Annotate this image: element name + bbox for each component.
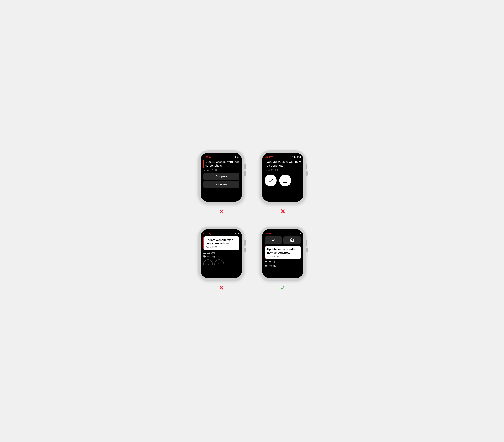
list-icon bbox=[203, 252, 206, 254]
card-title-bottom-right: Update website with new screenshots bbox=[267, 248, 299, 254]
checkmark-circle-button[interactable] bbox=[265, 175, 277, 186]
result-check-bottom-right: ✓ bbox=[280, 284, 286, 292]
task-card-bottom-left: Update website with new screenshots Toda… bbox=[203, 236, 239, 250]
meta-website-label: Website bbox=[207, 252, 215, 254]
watch-screen-bottom-right: Today 10:09 bbox=[262, 229, 304, 278]
watch-bottom-left: Today 10:09 Update website with new scre… bbox=[198, 227, 244, 281]
meta-waiting-bottom-left: Waiting bbox=[203, 255, 239, 258]
result-x-bottom-left: ✕ bbox=[219, 284, 224, 292]
watch-back-bottom-left: Today bbox=[203, 232, 211, 235]
task-title-top-left: Update website with new screenshots bbox=[203, 160, 239, 168]
comparison-grid: Today 10:09 Update website with new scre… bbox=[198, 150, 306, 292]
checkmark-action-icon bbox=[271, 238, 275, 242]
result-x-top-right: ✕ bbox=[280, 208, 286, 215]
meta-website-bottom-right: Website bbox=[265, 261, 301, 264]
meta-waiting-bottom-right: Waiting bbox=[265, 265, 301, 267]
clock-partial-icon bbox=[206, 263, 210, 265]
svg-rect-7 bbox=[203, 253, 206, 254]
watch-top-left: Today 10:09 Update website with new scre… bbox=[198, 150, 244, 204]
cal-partial-icon bbox=[218, 263, 221, 265]
svg-rect-6 bbox=[203, 253, 206, 253]
calendar-action-icon bbox=[290, 238, 294, 242]
watch-header-top-right: Today 12:40 PM bbox=[265, 155, 301, 159]
svg-rect-13 bbox=[291, 239, 294, 242]
watch-time-bottom-left: 10:09 bbox=[233, 232, 239, 235]
action-row-bottom-right bbox=[265, 236, 301, 244]
schedule-button[interactable]: Schedule bbox=[203, 181, 239, 188]
card-time-bottom-right: Today 14:30 bbox=[267, 255, 299, 257]
watch-header-bottom-right: Today 10:09 bbox=[265, 232, 301, 235]
checkmark-action-button[interactable] bbox=[265, 236, 282, 244]
calendar-circle-button[interactable] bbox=[279, 175, 291, 186]
meta-waiting-label-2: Waiting bbox=[269, 265, 276, 267]
watch-screen-top-right: Today 12:40 PM Update website with new s… bbox=[262, 153, 304, 202]
svg-rect-4 bbox=[284, 181, 285, 181]
tag-icon bbox=[203, 255, 206, 258]
cell-bottom-right: Today 10:09 bbox=[260, 227, 306, 292]
partial-bottom-icons bbox=[203, 259, 239, 265]
list-icon-2 bbox=[265, 261, 267, 264]
watch-time-top-right: 12:40 PM bbox=[290, 156, 301, 159]
complete-button[interactable]: Complete bbox=[203, 173, 239, 180]
card-time-bottom-left: Today 14:30 bbox=[205, 246, 237, 248]
tag-icon-2 bbox=[265, 265, 267, 267]
result-x-top-left: ✕ bbox=[219, 208, 224, 215]
watch-time-top-left: 10:09 bbox=[233, 156, 239, 159]
task-due-top-left: Today @ 14:30 bbox=[203, 169, 239, 171]
svg-rect-17 bbox=[291, 240, 292, 241]
watch-screen-top-left: Today 10:09 Update website with new scre… bbox=[200, 153, 242, 202]
cell-top-left: Today 10:09 Update website with new scre… bbox=[198, 150, 244, 215]
circle-buttons-top-right bbox=[265, 175, 301, 186]
meta-waiting-label: Waiting bbox=[207, 255, 215, 258]
calendar-icon bbox=[283, 178, 288, 183]
watch-header-bottom-left: Today 10:09 bbox=[203, 232, 239, 235]
cell-top-right: Today 12:40 PM Update website with new s… bbox=[260, 150, 306, 215]
meta-website-bottom-left: Website bbox=[203, 252, 239, 254]
watch-time-bottom-right: 10:09 bbox=[294, 232, 301, 235]
calendar-action-button[interactable] bbox=[284, 236, 301, 244]
watch-screen-bottom-left: Today 10:09 Update website with new scre… bbox=[200, 229, 242, 278]
watch-header-top-left: Today 10:09 bbox=[203, 155, 239, 159]
watch-back-top-left: Today bbox=[203, 155, 211, 159]
partial-icon-1 bbox=[203, 259, 213, 265]
card-title-bottom-left: Update website with new screenshots bbox=[205, 238, 237, 245]
partial-icon-2 bbox=[214, 259, 224, 265]
watch-top-right: Today 12:40 PM Update website with new s… bbox=[260, 150, 306, 204]
meta-website-label-2: Website bbox=[269, 261, 277, 264]
watch-bottom-right: Today 10:09 bbox=[260, 227, 306, 281]
cell-bottom-left: Today 10:09 Update website with new scre… bbox=[198, 227, 244, 292]
task-due-top-right: Today @ 14:30 bbox=[265, 169, 301, 171]
svg-rect-18 bbox=[265, 261, 267, 262]
svg-rect-20 bbox=[265, 263, 267, 263]
watch-back-bottom-right: Today bbox=[265, 232, 272, 235]
task-title-top-right: Update website with new screenshots bbox=[265, 160, 301, 168]
watch-back-top-right: Today bbox=[265, 155, 272, 159]
svg-rect-19 bbox=[265, 262, 267, 262]
checkmark-icon bbox=[268, 178, 273, 183]
svg-rect-0 bbox=[283, 179, 287, 182]
task-card-bottom-right: Update website with new screenshots Toda… bbox=[265, 246, 301, 259]
svg-rect-5 bbox=[203, 252, 206, 252]
